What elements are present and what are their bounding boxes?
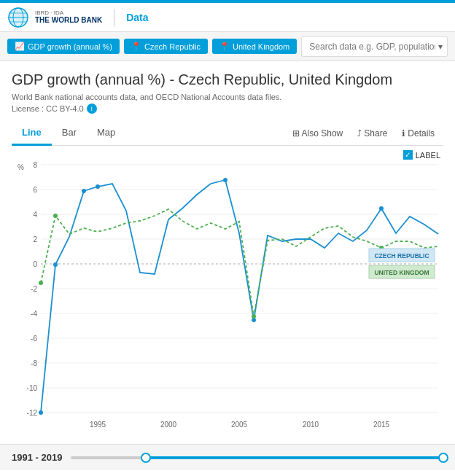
tab-map[interactable]: Map (87, 121, 125, 146)
label-checkbox[interactable]: ✓ (403, 150, 413, 160)
slider-thumb-left[interactable] (141, 453, 151, 463)
tab-line[interactable]: Line (12, 121, 52, 146)
svg-text:-4: -4 (31, 310, 37, 318)
svg-text:2010: 2010 (303, 421, 319, 429)
country1-label: Czech Republic (144, 42, 201, 51)
data-label: Data (126, 12, 148, 23)
share-icon: ⤴ (357, 128, 362, 138)
chart-icon: 📈 (15, 42, 25, 51)
data-point-uk (252, 314, 256, 319)
filter-bar: 📈 GDP growth (annual %) 📍 Czech Republic… (0, 32, 455, 61)
svg-text:2005: 2005 (231, 421, 248, 429)
logo-text: IBRD · IDA THE WORLD BANK (35, 9, 102, 25)
also-show-label: Also Show (302, 128, 343, 138)
license-text: License : CC BY-4.0 (12, 104, 84, 113)
page-title: GDP growth (annual %) - Czech Republic, … (12, 71, 443, 88)
details-button[interactable]: ℹ Details (396, 125, 440, 141)
data-point-cz (379, 206, 384, 211)
main-content: GDP growth (annual %) - Czech Republic, … (0, 61, 455, 441)
data-point-uk (39, 281, 43, 285)
svg-text:4: 4 (33, 211, 37, 219)
range-label: 1991 - 2019 (12, 452, 62, 463)
logo-divider (114, 9, 114, 26)
pin-icon: 📍 (131, 42, 141, 51)
gdp-filter-button[interactable]: 📈 GDP growth (annual %) (7, 39, 120, 54)
world-bank-logo-icon (7, 7, 29, 28)
details-label: Details (408, 128, 435, 138)
legend-cz-label: CZECH REPUBLIC (374, 252, 429, 260)
range-slider[interactable] (71, 456, 443, 459)
top-bar: IBRD · IDA THE WORLD BANK Data (0, 0, 455, 32)
data-point-cz (82, 189, 86, 193)
svg-text:-10: -10 (27, 384, 38, 392)
gdp-filter-label: GDP growth (annual %) (28, 42, 112, 51)
svg-text:%: % (18, 163, 24, 171)
search-input[interactable] (306, 39, 438, 55)
pin-icon2: 📍 (219, 42, 230, 51)
tab-bar[interactable]: Bar (52, 121, 87, 146)
svg-text:1995: 1995 (90, 421, 106, 429)
label-text: LABEL (416, 151, 440, 160)
slider-fill (146, 456, 443, 459)
slider-thumb-right[interactable] (438, 453, 448, 463)
tabs-bar: Line Bar Map ⊞ Also Show ⤴ Share ℹ Detai… (12, 121, 443, 146)
chart-wrapper: ✓ LABEL % (12, 146, 443, 441)
line-chart: % 8 6 4 2 0 (12, 161, 443, 438)
country2-label: United Kingdom (233, 42, 289, 51)
filter-icon: ⊞ (292, 128, 300, 138)
search-wrapper[interactable]: ▾ (301, 36, 448, 57)
share-button[interactable]: ⤴ Share (351, 125, 393, 141)
license-row: License : CC BY-4.0 i (12, 104, 443, 114)
data-point-cz (39, 410, 43, 415)
data-point-uk (53, 214, 58, 218)
svg-text:-2: -2 (31, 285, 37, 293)
country1-filter-button[interactable]: 📍 Czech Republic (124, 39, 208, 54)
dropdown-arrow-icon[interactable]: ▾ (438, 42, 443, 52)
data-point-cz (96, 184, 100, 189)
svg-text:2: 2 (33, 235, 37, 243)
range-bar-section: 1991 - 2019 (0, 444, 455, 470)
svg-text:-8: -8 (31, 359, 37, 367)
details-icon: ℹ (402, 128, 405, 138)
svg-text:6: 6 (33, 186, 37, 194)
svg-text:-12: -12 (27, 409, 38, 417)
label-checkbox-row: ✓ LABEL (12, 150, 443, 160)
data-point-cz (223, 178, 228, 182)
legend-uk-label: UNITED KINGDOM (374, 269, 429, 276)
also-show-button[interactable]: ⊞ Also Show (287, 125, 349, 141)
data-source: World Bank national accounts data, and O… (12, 93, 443, 101)
data-point-cz (53, 262, 58, 267)
chart-svg-container: % 8 6 4 2 0 (12, 161, 443, 441)
svg-text:2015: 2015 (373, 421, 390, 429)
svg-text:-6: -6 (31, 335, 37, 343)
info-icon[interactable]: i (87, 104, 97, 114)
svg-text:0: 0 (33, 260, 37, 268)
logo-area: IBRD · IDA THE WORLD BANK Data (7, 7, 149, 28)
svg-text:2000: 2000 (160, 421, 177, 429)
country2-filter-button[interactable]: 📍 United Kingdom (212, 39, 297, 54)
svg-text:8: 8 (33, 161, 37, 169)
share-label: Share (364, 128, 387, 138)
tab-actions: ⊞ Also Show ⤴ Share ℹ Details (287, 125, 443, 141)
